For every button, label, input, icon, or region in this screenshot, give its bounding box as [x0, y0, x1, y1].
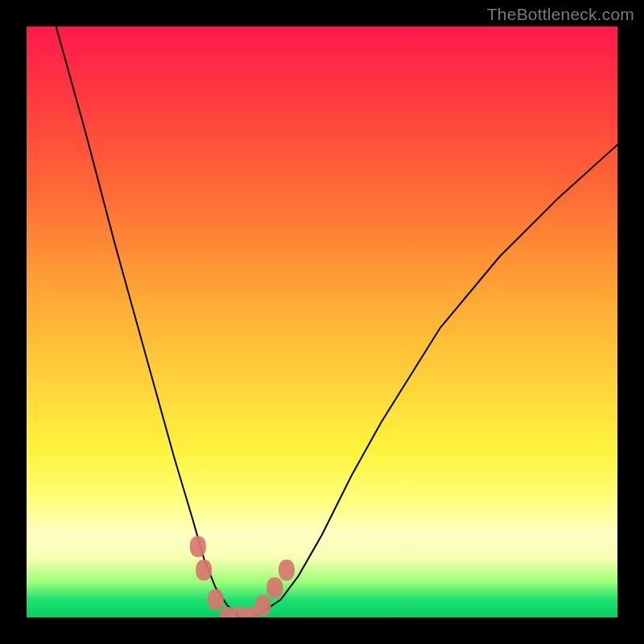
curve-marker [255, 595, 271, 616]
curve-marker [190, 536, 206, 557]
curve-marker [266, 577, 283, 598]
chart-plot-area [27, 27, 617, 617]
chart-frame: TheBottleneck.com [0, 0, 644, 644]
curve-marker [196, 559, 212, 580]
bottleneck-curve [56, 27, 617, 617]
chart-svg [27, 27, 617, 617]
curve-marker [279, 559, 295, 580]
curve-marker [208, 589, 224, 610]
watermark-text: TheBottleneck.com [487, 5, 634, 24]
curve-markers [190, 536, 295, 617]
